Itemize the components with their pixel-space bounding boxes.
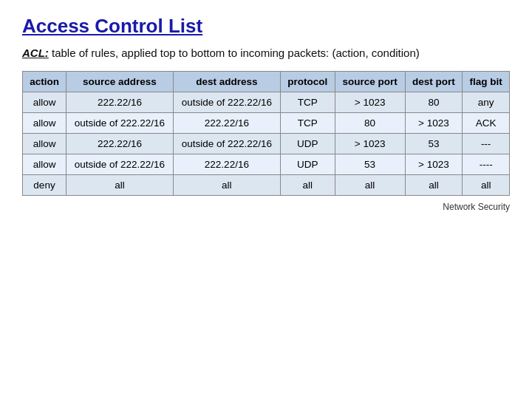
table-cell: 53: [405, 134, 463, 154]
table-cell: any: [463, 92, 510, 113]
page-title: Access Control List: [22, 15, 510, 38]
table-cell: ----: [463, 154, 510, 175]
table-header: dest address: [173, 72, 280, 92]
table-cell: deny: [23, 175, 66, 196]
table-cell: 222.22/16: [173, 154, 280, 175]
table-cell: outside of 222.22/16: [173, 134, 280, 154]
table-cell: 222.22/16: [173, 113, 280, 134]
table-cell: 80: [335, 113, 405, 134]
table-header: dest port: [405, 72, 463, 92]
table-row: allow222.22/16outside of 222.22/16TCP> 1…: [23, 92, 510, 113]
table-cell: ACK: [463, 113, 510, 134]
table-header: protocol: [280, 72, 335, 92]
table-cell: TCP: [280, 92, 335, 113]
table-cell: outside of 222.22/16: [173, 92, 280, 113]
subtitle: ACL: table of rules, applied top to bott…: [22, 45, 510, 61]
table-cell: all: [463, 175, 510, 196]
table-cell: > 1023: [335, 92, 405, 113]
table-header: action: [23, 72, 66, 92]
table-cell: 222.22/16: [66, 92, 174, 113]
table-cell: outside of 222.22/16: [66, 154, 174, 175]
table-cell: outside of 222.22/16: [66, 113, 174, 134]
table-cell: ---: [463, 134, 510, 154]
table-cell: all: [335, 175, 405, 196]
table-row: allowoutside of 222.22/16222.22/16UDP53>…: [23, 154, 510, 175]
table-row: allow222.22/16outside of 222.22/16UDP> 1…: [23, 134, 510, 154]
table-cell: allow: [23, 134, 66, 154]
table-cell: > 1023: [405, 113, 463, 134]
table-header-row: actionsource addressdest addressprotocol…: [23, 72, 510, 92]
table-body: allow222.22/16outside of 222.22/16TCP> 1…: [23, 92, 510, 196]
table-cell: > 1023: [405, 154, 463, 175]
table-cell: 53: [335, 154, 405, 175]
table-cell: all: [405, 175, 463, 196]
table-header: source port: [335, 72, 405, 92]
subtitle-text: table of rules, applied top to bottom to…: [49, 47, 420, 59]
table-cell: all: [66, 175, 174, 196]
table-cell: UDP: [280, 134, 335, 154]
table-row: denyallallallallallall: [23, 175, 510, 196]
table-cell: allow: [23, 92, 66, 113]
table-cell: all: [173, 175, 280, 196]
table-cell: 80: [405, 92, 463, 113]
table-cell: 222.22/16: [66, 134, 174, 154]
table-row: allowoutside of 222.22/16222.22/16TCP80>…: [23, 113, 510, 134]
table-header: source address: [66, 72, 174, 92]
table-cell: TCP: [280, 113, 335, 134]
table-cell: > 1023: [335, 134, 405, 154]
acl-label: ACL:: [22, 47, 49, 59]
table-header: flag bit: [463, 72, 510, 92]
acl-table: actionsource addressdest addressprotocol…: [22, 71, 510, 196]
table-cell: all: [280, 175, 335, 196]
footer-text: Network Security: [22, 202, 510, 212]
table-cell: allow: [23, 154, 66, 175]
table-cell: UDP: [280, 154, 335, 175]
table-cell: allow: [23, 113, 66, 134]
